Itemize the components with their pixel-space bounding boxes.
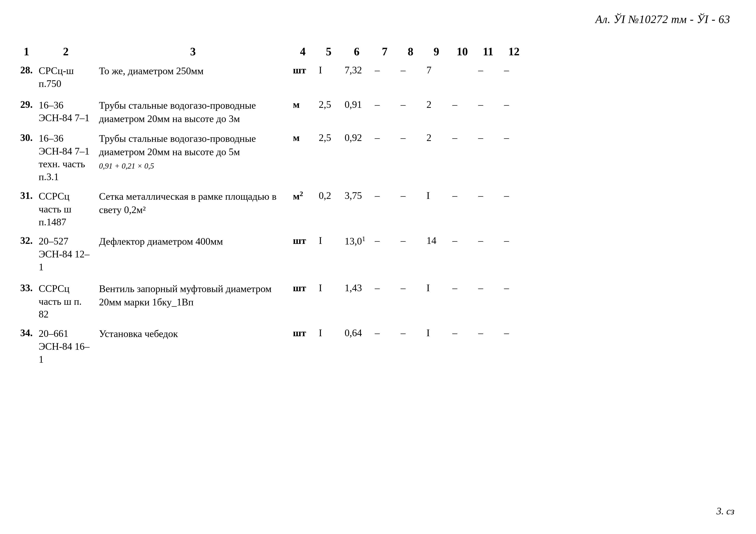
row-unit: шт — [290, 231, 316, 278]
row-description: Вентиль запорный муфтовый диаметром 20мм… — [96, 278, 290, 323]
row-col9: 14 — [423, 231, 449, 278]
row-col12: – — [501, 278, 527, 323]
row-col6: 0,64 — [342, 323, 372, 370]
row-col11: – — [475, 60, 501, 94]
row-col11: – — [475, 278, 501, 323]
row-reference: 16–36 ЭСН-84 7–1 техн. часть п.3.1 — [36, 128, 96, 186]
table-row: 33. ССРСц часть ш п. 82 Вентиль запорный… — [17, 278, 527, 323]
row-col5: 2,5 — [316, 128, 342, 186]
row-col12: – — [501, 60, 527, 94]
row-col5: I — [316, 60, 342, 94]
row-col5: 0,2 — [316, 186, 342, 231]
row-description: Трубы стальные водогазо-проводные диамет… — [96, 128, 290, 186]
row-col11: – — [475, 128, 501, 186]
col-header-4: 4 — [290, 43, 316, 60]
row-number: 33. — [17, 278, 36, 323]
row-col10 — [449, 60, 475, 94]
col-header-6: 6 — [342, 43, 372, 60]
row-col5: I — [316, 278, 342, 323]
row-col10: – — [449, 323, 475, 370]
table-row: 31. ССРСц часть ш п.1487 Сетка металличе… — [17, 186, 527, 231]
table-row: 30. 16–36 ЭСН-84 7–1 техн. часть п.3.1 Т… — [17, 128, 527, 186]
table-row: 32. 20–527 ЭСН-84 12–1 Дефлектор диаметр… — [17, 231, 527, 278]
row-col10: – — [449, 128, 475, 186]
row-col9: 2 — [423, 128, 449, 186]
row-col12: – — [501, 128, 527, 186]
main-table: 1 2 3 4 5 6 7 8 9 10 11 12 28. СРСц-ш п.… — [17, 43, 527, 370]
row-col9: I — [423, 278, 449, 323]
row-col6: 0,91 — [342, 94, 372, 128]
row-col7: – — [372, 128, 398, 186]
col-header-11: 11 — [475, 43, 501, 60]
row-col7: – — [372, 60, 398, 94]
col-header-9: 9 — [423, 43, 449, 60]
row-reference: 16–36 ЭСН-84 7–1 — [36, 94, 96, 128]
row-col9: I — [423, 323, 449, 370]
row-col10: – — [449, 231, 475, 278]
row-unit: шт — [290, 60, 316, 94]
row-reference: 20–527 ЭСН-84 12–1 — [36, 231, 96, 278]
row-number: 28. — [17, 60, 36, 94]
row-unit: шт — [290, 278, 316, 323]
row-col9: 7 — [423, 60, 449, 94]
row-col7: – — [372, 186, 398, 231]
row-col6: 13,01 — [342, 231, 372, 278]
col-header-3: 3 — [96, 43, 290, 60]
row-number: 29. — [17, 94, 36, 128]
row-col7: – — [372, 278, 398, 323]
header-reference: Ал. ЎI №10272 тм - ЎI - 63 — [596, 13, 730, 26]
row-unit: шт — [290, 323, 316, 370]
row-col12: – — [501, 323, 527, 370]
row-col5: 2,5 — [316, 94, 342, 128]
row-col11: – — [475, 231, 501, 278]
row-col6: 7,32 — [342, 60, 372, 94]
row-col12: – — [501, 94, 527, 128]
row-number: 30. — [17, 128, 36, 186]
row-col5: I — [316, 323, 342, 370]
row-col6: 1,43 — [342, 278, 372, 323]
col-header-2: 2 — [36, 43, 96, 60]
table-row: 28. СРСц-ш п.750 То же, диаметром 250мм … — [17, 60, 527, 94]
row-col11: – — [475, 94, 501, 128]
row-col11: – — [475, 186, 501, 231]
row-col8: – — [398, 94, 423, 128]
row-number: 31. — [17, 186, 36, 231]
row-reference: ССРСц часть ш п. 82 — [36, 278, 96, 323]
row-reference: 20–661 ЭСН-84 16–1 — [36, 323, 96, 370]
row-reference: СРСц-ш п.750 — [36, 60, 96, 94]
table-row: 34. 20–661 ЭСН-84 16–1 Установка чебедок… — [17, 323, 527, 370]
row-col7: – — [372, 94, 398, 128]
col-header-5: 5 — [316, 43, 342, 60]
row-col11: – — [475, 323, 501, 370]
row-col6: 3,75 — [342, 186, 372, 231]
row-unit: м — [290, 94, 316, 128]
row-col8: – — [398, 278, 423, 323]
row-reference: ССРСц часть ш п.1487 — [36, 186, 96, 231]
row-col12: – — [501, 231, 527, 278]
row-description: Дефлектор диаметром 400мм — [96, 231, 290, 278]
row-col7: – — [372, 323, 398, 370]
row-unit: м — [290, 128, 316, 186]
col-header-7: 7 — [372, 43, 398, 60]
col-header-1: 1 — [17, 43, 36, 60]
row-col8: – — [398, 128, 423, 186]
row-number: 32. — [17, 231, 36, 278]
row-description: Сетка металлическая в рамке площадью в с… — [96, 186, 290, 231]
row-col9: I — [423, 186, 449, 231]
row-number: 34. — [17, 323, 36, 370]
row-col5: I — [316, 231, 342, 278]
footer-note: 3. сз — [716, 505, 735, 517]
row-col6: 0,92 — [342, 128, 372, 186]
row-col7: – — [372, 231, 398, 278]
row-col8: – — [398, 186, 423, 231]
row-col8: – — [398, 231, 423, 278]
col-header-8: 8 — [398, 43, 423, 60]
row-description: Установка чебедок — [96, 323, 290, 370]
row-col8: – — [398, 60, 423, 94]
column-header-row: 1 2 3 4 5 6 7 8 9 10 11 12 — [17, 43, 527, 60]
row-col12: – — [501, 186, 527, 231]
row-unit: м2 — [290, 186, 316, 231]
row-col10: – — [449, 186, 475, 231]
row-col10: – — [449, 94, 475, 128]
row-col10: – — [449, 278, 475, 323]
